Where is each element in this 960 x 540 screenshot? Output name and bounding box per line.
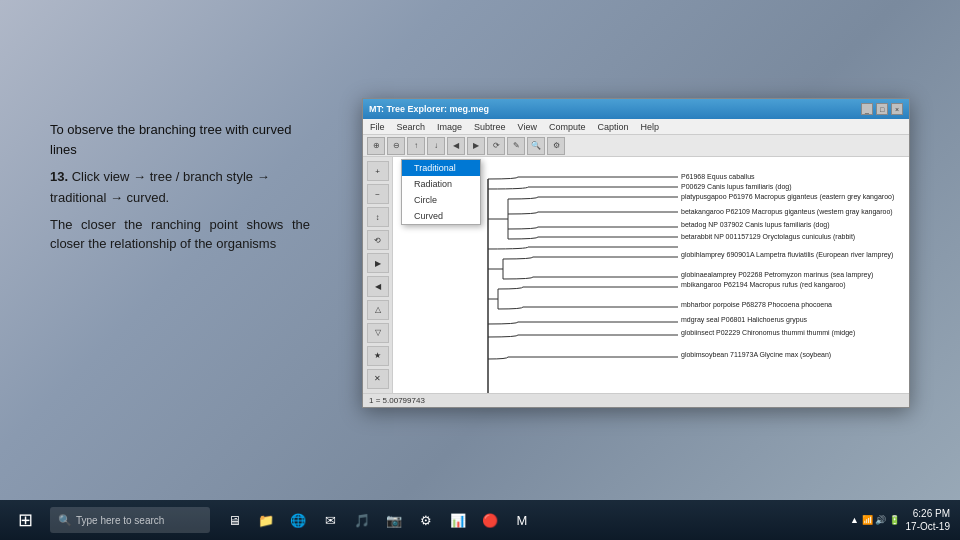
taskbar-icon-10[interactable]: M [508, 506, 536, 534]
menu-bar: File Search Image Subtree View Compute C… [363, 119, 909, 135]
toolbar-btn-10[interactable]: ⚙ [547, 137, 565, 155]
svg-text:globihlamprey 690901A Lampetra: globihlamprey 690901A Lampetra fluviatil… [681, 251, 893, 259]
svg-text:mbharbor porpoise P68278 Phoco: mbharbor porpoise P68278 Phocoena phocoe… [681, 301, 832, 309]
toolbar-btn-7[interactable]: ⟳ [487, 137, 505, 155]
close-button[interactable]: × [891, 103, 903, 115]
svg-text:mbikangaroo P62194 Macropus ru: mbikangaroo P62194 Macropus rufus (red k… [681, 281, 846, 289]
sidebar-btn-8[interactable]: ▽ [367, 323, 389, 343]
taskbar: ⊞ 🔍 Type here to search 🖥 📁 🌐 ✉ 🎵 📷 ⚙ 📊 … [0, 500, 960, 540]
svg-text:P61968 Equus caballus: P61968 Equus caballus [681, 173, 755, 181]
svg-text:betadog NP 037902 Canis lupus : betadog NP 037902 Canis lupus familiaris… [681, 221, 830, 229]
menu-subtree[interactable]: Subtree [471, 121, 509, 133]
svg-text:globinaealamprey P02268 Petrom: globinaealamprey P02268 Petromyzon marin… [681, 271, 873, 279]
menu-file[interactable]: File [367, 121, 388, 133]
taskbar-icon-9[interactable]: 🔴 [476, 506, 504, 534]
toolbar: ⊕ ⊖ ↑ ↓ ◀ ▶ ⟳ ✎ 🔍 ⚙ [363, 135, 909, 157]
clock-date: 17-Oct-19 [906, 520, 950, 533]
tree-area: Traditional Radiation Circle Curved [393, 157, 909, 393]
left-panel: To observe the branching tree with curve… [50, 120, 310, 254]
menu-caption[interactable]: Caption [594, 121, 631, 133]
taskbar-icon-7[interactable]: ⚙ [412, 506, 440, 534]
view-dropdown[interactable]: Traditional Radiation Circle Curved [401, 159, 481, 225]
toolbar-btn-9[interactable]: 🔍 [527, 137, 545, 155]
svg-text:globimsoybean 711973A Glycine : globimsoybean 711973A Glycine max (soybe… [681, 351, 831, 359]
svg-text:globiinsect P02229 Chironomus : globiinsect P02229 Chironomus thummi thu… [681, 329, 855, 337]
menu-view[interactable]: View [515, 121, 540, 133]
taskbar-right: ▲ 📶 🔊 🔋 6:26 PM 17-Oct-19 [850, 507, 960, 533]
status-text: 1 = 5.00799743 [369, 396, 425, 405]
taskbar-icon-5[interactable]: 🎵 [348, 506, 376, 534]
window-controls: _ □ × [861, 103, 903, 115]
taskbar-icon-3[interactable]: 🌐 [284, 506, 312, 534]
minimize-button[interactable]: _ [861, 103, 873, 115]
description-text: The closer the ranching point shows the … [50, 215, 310, 254]
taskbar-icon-6[interactable]: 📷 [380, 506, 408, 534]
taskbar-icons: 🖥 📁 🌐 ✉ 🎵 📷 ⚙ 📊 🔴 M [220, 506, 536, 534]
taskbar-icon-2[interactable]: 📁 [252, 506, 280, 534]
toolbar-btn-4[interactable]: ↓ [427, 137, 445, 155]
main-area: + − ↕ ⟲ ▶ ◀ △ ▽ ★ ✕ Traditional Radiatio… [363, 157, 909, 393]
toolbar-btn-5[interactable]: ◀ [447, 137, 465, 155]
dropdown-item-curved[interactable]: Curved [402, 208, 480, 224]
sidebar-btn-3[interactable]: ↕ [367, 207, 389, 227]
step-text: 13. Click view → tree / branch style → t… [50, 167, 310, 209]
system-tray-icons: ▲ 📶 🔊 🔋 [850, 515, 899, 525]
dropdown-item-circle[interactable]: Circle [402, 192, 480, 208]
sidebar-btn-2[interactable]: − [367, 184, 389, 204]
window-title: MT: Tree Explorer: meg.meg [369, 104, 489, 114]
svg-text:betarabbit NP 001157129 Orycto: betarabbit NP 001157129 Oryctolagus cuni… [681, 233, 855, 241]
title-bar: MT: Tree Explorer: meg.meg _ □ × [363, 99, 909, 119]
sidebar-btn-1[interactable]: + [367, 161, 389, 181]
step-number: 13. [50, 169, 68, 184]
left-sidebar: + − ↕ ⟲ ▶ ◀ △ ▽ ★ ✕ [363, 157, 393, 393]
menu-compute[interactable]: Compute [546, 121, 589, 133]
svg-text:platypusgapoo P61976 Macropus : platypusgapoo P61976 Macropus giganteus … [681, 193, 894, 201]
menu-search[interactable]: Search [394, 121, 429, 133]
taskbar-search[interactable]: 🔍 Type here to search [50, 507, 210, 533]
toolbar-btn-8[interactable]: ✎ [507, 137, 525, 155]
toolbar-btn-1[interactable]: ⊕ [367, 137, 385, 155]
sidebar-btn-4[interactable]: ⟲ [367, 230, 389, 250]
taskbar-icon-1[interactable]: 🖥 [220, 506, 248, 534]
svg-text:P00629 Canis lupus familiaris : P00629 Canis lupus familiaris (dog) [681, 183, 792, 191]
search-icon: 🔍 [58, 514, 72, 527]
sidebar-btn-7[interactable]: △ [367, 300, 389, 320]
svg-text:betakangaroo P62109 Macropus g: betakangaroo P62109 Macropus giganteus (… [681, 208, 893, 216]
search-placeholder: Type here to search [76, 515, 164, 526]
sidebar-btn-6[interactable]: ◀ [367, 276, 389, 296]
sidebar-btn-5[interactable]: ▶ [367, 253, 389, 273]
dropdown-item-traditional[interactable]: Traditional [402, 160, 480, 176]
sidebar-btn-9[interactable]: ★ [367, 346, 389, 366]
status-bar: 1 = 5.00799743 [363, 393, 909, 407]
dropdown-item-radiation[interactable]: Radiation [402, 176, 480, 192]
sidebar-btn-10[interactable]: ✕ [367, 369, 389, 389]
step-instruction: Click view → tree / branch style → tradi… [50, 169, 270, 205]
taskbar-time: 6:26 PM 17-Oct-19 [906, 507, 950, 533]
taskbar-icon-4[interactable]: ✉ [316, 506, 344, 534]
maximize-button[interactable]: □ [876, 103, 888, 115]
toolbar-btn-2[interactable]: ⊖ [387, 137, 405, 155]
svg-text:mdgray seal P06801 Halichoerus: mdgray seal P06801 Halichoerus grypus [681, 316, 808, 324]
menu-image[interactable]: Image [434, 121, 465, 133]
tree-svg: 0.50 0.40 0.30 0.20 0.10 0.0 P61968 Equu… [478, 159, 909, 393]
app-window: MT: Tree Explorer: meg.meg _ □ × File Se… [362, 98, 910, 408]
menu-help[interactable]: Help [638, 121, 663, 133]
toolbar-btn-3[interactable]: ↑ [407, 137, 425, 155]
toolbar-btn-6[interactable]: ▶ [467, 137, 485, 155]
clock-time: 6:26 PM [906, 507, 950, 520]
intro-text: To observe the branching tree with curve… [50, 120, 310, 159]
taskbar-icon-8[interactable]: 📊 [444, 506, 472, 534]
start-button[interactable]: ⊞ [0, 500, 50, 540]
